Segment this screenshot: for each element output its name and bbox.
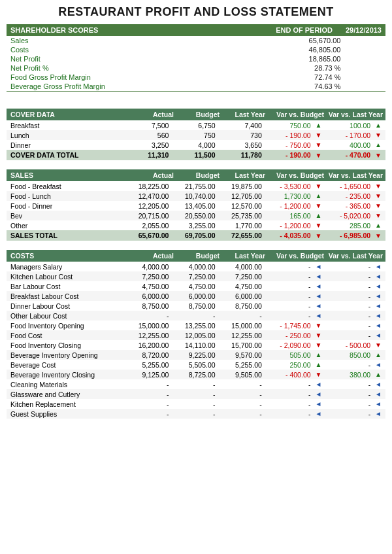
arrow-left-icon: ◄ (375, 332, 382, 339)
row-actual: 3,250 (126, 140, 172, 150)
arrow-left-icon: ◄ (375, 361, 382, 368)
arrow-up-icon: ▲ (375, 351, 382, 358)
arrow-left-icon: ◄ (315, 410, 321, 417)
summary-label: Beverage Gross Profit Margin (7, 82, 137, 92)
row-var-last: - 5,020.00 ▼ (325, 211, 385, 220)
row-budget: 13,405.00 (172, 201, 219, 211)
page-container: RESTAURANT PROFIT AND LOSS STATEMENT SHA… (0, 0, 392, 424)
row-actual: 6,000.00 (126, 291, 172, 301)
row-var-budget: - ◄ (266, 271, 326, 281)
summary-value: 72.74 % (137, 73, 344, 82)
costs-col-budget: Budget (174, 252, 220, 260)
summary-label: Net Profit (7, 54, 137, 63)
row-var-budget: 165.00 ▲ (266, 211, 326, 220)
row-actual: 8,750.00 (126, 301, 172, 311)
row-actual: 7,250.00 (126, 271, 172, 281)
row-actual: 12,255.00 (126, 330, 172, 340)
row-actual: 15,000.00 (126, 320, 172, 330)
summary-value: 46,805.00 (137, 45, 344, 54)
row-last-year: 8,750.00 (220, 301, 266, 311)
period-date: 29/12/2013 (346, 26, 382, 34)
row-budget: 6,000.00 (172, 291, 219, 301)
shareholder-header: SHAREHOLDER SCORES END OF PERIOD 29/12/2… (7, 24, 385, 36)
arrow-left-icon: ◄ (375, 322, 382, 329)
sales-col-last-year: Last Year (220, 171, 265, 179)
row-label: Kitchen Replacement (7, 399, 126, 409)
row-label: Beverage Cost (7, 360, 126, 370)
row-last-year: 7,250.00 (220, 271, 266, 281)
row-var-last: 850.00 ▲ (325, 350, 385, 360)
row-var-budget: - ◄ (266, 281, 326, 291)
arrow-left-icon: ◄ (375, 400, 382, 407)
row-label: Managers Salary (7, 262, 126, 271)
row-last-year: 19,875.00 (220, 181, 266, 191)
row-actual: 11,310 (126, 150, 172, 160)
row-var-last: - ◄ (325, 271, 385, 281)
arrow-up-icon: ▲ (375, 122, 382, 129)
row-var-budget: - ◄ (266, 291, 326, 301)
row-last-year: 15,700.00 (220, 340, 266, 350)
summary-value: 65,670.00 (137, 36, 344, 45)
summary-row: Food Gross Profit Margin72.74 % (7, 73, 385, 82)
data-row: Dinner Labour Cost8,750.008,750.008,750.… (7, 301, 385, 311)
row-var-budget: 1,730.00 ▲ (266, 191, 326, 201)
sales-col-budget: Budget (174, 171, 220, 179)
summary-value: 28.73 % (137, 63, 344, 73)
row-label: Beverage Inventory Closing (7, 370, 126, 379)
row-label: Kitchen Labour Cost (7, 271, 126, 281)
row-label: Glassware and Cutlery (7, 389, 126, 399)
row-var-last: - ◄ (325, 311, 385, 320)
arrow-down-icon: ▼ (375, 212, 382, 219)
row-var-last: 380.00 ▲ (325, 370, 385, 379)
costs-table: Managers Salary4,000.004,000.004,000.00-… (7, 262, 385, 419)
row-budget: 13,255.00 (172, 320, 219, 330)
arrow-left-icon: ◄ (315, 390, 321, 398)
total-row: COVER DATA TOTAL11,31011,50011,780- 190.… (7, 150, 385, 160)
cover-data-col-var-budget: Var vs. Budget (265, 111, 324, 118)
row-label: Beverage Inventory Opening (7, 350, 126, 360)
arrow-left-icon: ◄ (315, 292, 321, 300)
costs-col-var-budget: Var vs. Budget (265, 252, 324, 260)
row-actual: 12,470.00 (126, 191, 172, 201)
row-budget: - (172, 311, 219, 320)
row-last-year: 9,505.00 (220, 370, 266, 379)
row-var-last: - ◄ (325, 399, 385, 409)
row-last-year: 4,750.00 (220, 281, 266, 291)
row-var-budget: - 4,035.00 ▼ (266, 230, 326, 241)
row-var-last: 285.00 ▲ (325, 220, 385, 230)
row-actual: 5,255.00 (126, 360, 172, 370)
row-actual: 4,750.00 (126, 281, 172, 291)
row-label: Cleaning Materials (7, 379, 126, 389)
row-budget: 20,550.00 (172, 211, 219, 220)
arrow-down-icon: ▼ (315, 322, 321, 329)
summary-row: Sales65,670.00 (7, 36, 385, 45)
row-last-year: 6,000.00 (220, 291, 266, 301)
arrow-left-icon: ◄ (315, 312, 321, 319)
row-last-year: 730 (220, 130, 266, 140)
data-row: Beverage Cost5,255.005,505.005,255.00250… (7, 360, 385, 370)
data-row: Food - Lunch12,470.0010,740.0012,705.001… (7, 191, 385, 201)
row-label: Food Inventory Closing (7, 340, 126, 350)
row-var-budget: - 1,200.00 ▼ (266, 201, 326, 211)
row-last-year: 4,000.00 (220, 262, 266, 271)
row-var-last: - ◄ (325, 320, 385, 330)
row-budget: 7,250.00 (172, 271, 219, 281)
row-var-budget: - 1,200.00 ▼ (266, 220, 326, 230)
arrow-down-icon: ▼ (315, 332, 321, 339)
row-budget: 6,750 (172, 120, 219, 130)
sales-table: Food - Breakfast18,225.0021,755.0019,875… (7, 181, 385, 241)
row-label: Lunch (7, 130, 126, 140)
row-label: Other Labour Cost (7, 311, 126, 320)
row-var-budget: - ◄ (266, 379, 326, 389)
summary-row: Beverage Gross Profit Margin74.63 % (7, 82, 385, 92)
row-actual: 18,225.00 (126, 181, 172, 191)
data-row: Breakfast7,5006,7507,400750.00 ▲100.00 ▲ (7, 120, 385, 130)
row-var-budget: - ◄ (266, 399, 326, 409)
arrow-down-icon: ▼ (375, 152, 382, 159)
arrow-left-icon: ◄ (375, 390, 382, 398)
row-var-last: - ◄ (325, 389, 385, 399)
arrow-left-icon: ◄ (375, 312, 382, 319)
arrow-down-icon: ▼ (315, 222, 321, 229)
arrow-down-icon: ▼ (375, 131, 382, 139)
arrow-down-icon: ▼ (315, 152, 321, 159)
